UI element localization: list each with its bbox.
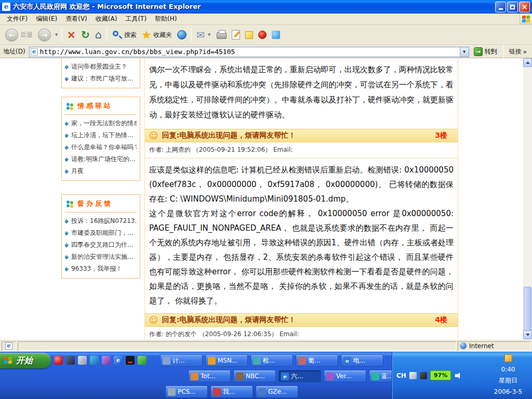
- volume-icon[interactable]: [454, 371, 462, 380]
- print-button[interactable]: [215, 26, 229, 43]
- start-button[interactable]: 开始: [0, 353, 51, 368]
- task-button[interactable]: 我...: [210, 385, 253, 398]
- sidebar-link[interactable]: 月夜: [65, 165, 137, 177]
- smiley-icon: ☺: [149, 131, 158, 140]
- task-button-active[interactable]: e六...: [278, 370, 321, 382]
- tray-reminder-icon[interactable]: [504, 354, 512, 362]
- app-icon-green[interactable]: [138, 356, 147, 365]
- task-button[interactable]: GZe...: [256, 385, 298, 398]
- menu-edit[interactable]: 编辑(E): [32, 14, 61, 24]
- sidebar-link-label: 96333，我举报！: [71, 264, 122, 273]
- scroll-down-button[interactable]: [523, 330, 532, 339]
- app-icon-dark[interactable]: [66, 356, 75, 365]
- sidebar-link[interactable]: 什么是幸福？你幸福吗？: [65, 141, 137, 153]
- task-row-1: 计... MSN... 检... 葡... e电...: [160, 354, 383, 367]
- menu-tools[interactable]: 工具(T): [122, 14, 150, 24]
- sidebar-link[interactable]: 96333，我举报！: [65, 263, 137, 275]
- mail-button[interactable]: ✉ ▼: [194, 26, 214, 43]
- close-button[interactable]: ×: [519, 2, 530, 12]
- sidebar-link-label: 月夜: [71, 167, 84, 176]
- sidebar-link[interactable]: 请问帝都景园业主？: [65, 61, 137, 73]
- flag-green: [526, 15, 530, 19]
- toolbar-separator: [61, 28, 62, 42]
- sidebar-link[interactable]: 建议：市民广场可放...: [65, 73, 137, 85]
- history-button[interactable]: [175, 26, 189, 43]
- favorites-button[interactable]: ★ 收藏夹: [140, 26, 174, 43]
- sidebar-link-label: 坛上冷清，坛下热情...: [71, 131, 133, 140]
- sidebar-link[interactable]: 四季春交叉路口为什...: [65, 239, 137, 251]
- menu-file[interactable]: 文件(F): [3, 14, 31, 24]
- ie-quicklaunch-icon[interactable]: e: [114, 356, 123, 365]
- stop-button[interactable]: ×: [64, 26, 78, 43]
- minimize-button[interactable]: [495, 2, 506, 12]
- page-icon: e: [31, 48, 38, 56]
- menu-view[interactable]: 查看(V): [62, 14, 91, 24]
- bullet-icon: [65, 219, 69, 223]
- task-button[interactable]: NBC...: [233, 370, 276, 382]
- edit-button[interactable]: [230, 26, 242, 43]
- menu-help[interactable]: 帮助(H): [151, 14, 180, 24]
- smiley-icon: ☺: [149, 316, 158, 325]
- scrollbar-thumb[interactable]: [524, 287, 531, 331]
- back-button[interactable]: ← 后退: [3, 26, 35, 43]
- status-zone-cell: Internet: [458, 341, 530, 351]
- sidebar-link[interactable]: 市建委及职能部门，...: [65, 227, 137, 239]
- vertical-scrollbar[interactable]: [523, 58, 532, 339]
- forward-dropdown[interactable]: ▼: [54, 33, 59, 37]
- flag-red: [522, 15, 526, 19]
- tray-status-icon-2[interactable]: [420, 372, 427, 379]
- address-dropdown[interactable]: ▼: [460, 47, 469, 57]
- forward-button[interactable]: →: [36, 26, 53, 43]
- sidebar-link[interactable]: 新的治安管理法实施...: [65, 251, 137, 263]
- task-button[interactable]: 检...: [250, 354, 293, 367]
- task-button[interactable]: MSN...: [205, 354, 248, 367]
- flag-yellow: [526, 19, 530, 22]
- reply-title: 回复:电脑系统出现问题，烦请网友帮忙！: [162, 315, 432, 325]
- qq-button[interactable]: [256, 26, 269, 43]
- battery-indicator[interactable]: 97%: [430, 370, 451, 380]
- sidebar-link[interactable]: 坛上冷清，坛下热情...: [65, 129, 137, 141]
- tray-status-icon-1[interactable]: [409, 372, 417, 379]
- qq-penguin-icon[interactable]: [126, 356, 135, 365]
- sidebar-box-header: 情感驿站: [65, 99, 137, 115]
- maximize-button[interactable]: [507, 2, 518, 12]
- forward-icon: →: [38, 29, 51, 42]
- task-button[interactable]: Ver...: [324, 370, 366, 382]
- refresh-button[interactable]: ↻: [79, 26, 92, 43]
- sidebar-link-label: 市建委及职能部门，...: [71, 229, 133, 237]
- reply-paragraph: 这个是微软官方对这个error code的解释， 0x10000050 erro…: [149, 206, 454, 308]
- bullet-icon: [65, 267, 69, 271]
- task-button[interactable]: Tot...: [188, 370, 231, 382]
- quick-launch: e: [54, 356, 147, 365]
- messenger-button[interactable]: [270, 26, 282, 43]
- sidebar-link[interactable]: 请教:明珠广场住宅的...: [65, 153, 137, 165]
- language-indicator[interactable]: CH: [396, 372, 406, 379]
- sidebar-link[interactable]: 家，一段无法割舍的情感: [65, 117, 137, 129]
- search-button[interactable]: 搜索: [110, 26, 139, 43]
- task-button[interactable]: 葡...: [296, 354, 338, 367]
- window-title: 六安市人民政府网 欢迎您 - Microsoft Internet Explor…: [13, 2, 493, 11]
- home-button[interactable]: ⌂: [93, 26, 104, 43]
- sidebar-box-top: 请问帝都景园业主？ 建议：市民广场可放...: [61, 58, 140, 88]
- task-button[interactable]: 计...: [160, 354, 203, 367]
- app-icon-purple[interactable]: [102, 356, 111, 365]
- sidebar-link-label: 家，一段无法割舍的情感: [71, 119, 137, 128]
- stop-icon: ×: [66, 30, 76, 41]
- player-icon-blue[interactable]: [90, 356, 99, 365]
- task-button[interactable]: PCS...: [165, 385, 208, 398]
- status-message-cell: [18, 341, 456, 351]
- disk-icon[interactable]: [78, 356, 87, 365]
- discuss-button[interactable]: [243, 26, 255, 43]
- menu-favorites[interactable]: 收藏(A): [92, 14, 121, 24]
- address-input[interactable]: e http://www.luan.gov.cn/bbs/bbs_view.ph…: [29, 47, 469, 57]
- go-button[interactable]: → 转到: [472, 47, 499, 57]
- back-icon: ←: [5, 29, 18, 42]
- magnifier-glyph: [113, 31, 118, 36]
- sidebar-link[interactable]: 投诉：16路皖N07213...: [65, 215, 137, 227]
- media-player-icon[interactable]: [54, 356, 63, 365]
- task-button[interactable]: e电...: [341, 354, 383, 367]
- taskbar-clock[interactable]: 0:40 星期日 2006-3-5: [485, 353, 531, 397]
- scroll-up-button[interactable]: [523, 58, 532, 67]
- forum-thread: 偶尔一次不理睬会，系统出错是正常的，重新启动即可，出现次数多了，两种情况比较常见…: [144, 58, 458, 339]
- links-button[interactable]: 链接 »: [508, 47, 530, 56]
